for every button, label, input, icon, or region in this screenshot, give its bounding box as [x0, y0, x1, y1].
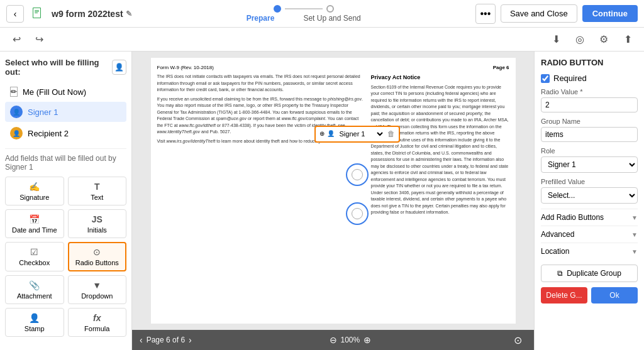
duplicate-group-button[interactable]: ⧉ Duplicate Group [541, 265, 638, 282]
step1-dot [274, 5, 281, 13]
second-toolbar: ↩ ↪ ⬇ ◎ ⚙ ⬆ [0, 28, 644, 52]
dropdown-field[interactable]: ▼ Dropdown [68, 275, 127, 304]
continue-button[interactable]: Continue [582, 5, 638, 22]
step-progress: Prepare Set Up and Send [138, 5, 469, 23]
radio-field-1[interactable] [346, 163, 369, 186]
step1-label: Prepare [247, 14, 275, 23]
formula-icon: fx [93, 313, 101, 323]
doc-icon [29, 5, 47, 23]
settings-button[interactable]: ⚙ [595, 31, 613, 48]
signer-delete-button[interactable]: 🗑 [387, 129, 395, 139]
sidebar-header: Select who will be filling out: 👤 [5, 58, 126, 77]
text-field[interactable]: T Text [68, 177, 127, 205]
signer-bar-icon2: 👤 [327, 129, 335, 138]
delete-button[interactable]: Delete G... [541, 287, 587, 304]
step2-label: Set Up and Send [303, 14, 360, 23]
signer-bar-icon: ⊕ [319, 129, 325, 138]
add-recipient-button[interactable]: 👤 [112, 60, 126, 75]
zoom-control: ⊖ 100% ⊕ [330, 335, 372, 345]
required-checkbox[interactable] [541, 74, 550, 83]
prefilled-select[interactable]: Select... [541, 187, 638, 204]
role-label: Role [541, 147, 638, 155]
undo-button[interactable]: ↩ [8, 31, 25, 48]
location-label: Location [541, 247, 569, 256]
form-header: Form W-9 (Rev. 10-2018) Page 6 [157, 64, 509, 71]
location-button[interactable]: ◎ [571, 31, 589, 48]
checkbox-icon: ☑ [30, 247, 38, 257]
edit-icon[interactable]: ✎ [126, 9, 132, 18]
page-number: Page 6 [493, 64, 509, 71]
top-bar: ‹ w9 form 2022test ✎ Prepare Set Up and … [0, 0, 644, 28]
fill-now-option[interactable]: ✏ Me (Fill Out Now) [5, 83, 126, 101]
main-layout: Select who will be filling out: 👤 ✏ Me (… [0, 52, 644, 350]
doc-options-button[interactable]: ⊙ [509, 331, 526, 349]
zoom-in-button[interactable]: ⊕ [364, 335, 371, 345]
advanced-chevron: ▼ [631, 231, 638, 238]
radio-value-label: Radio Value * [541, 88, 638, 96]
next-page-button[interactable]: › [189, 335, 192, 345]
privacy-section: The IRS does not initiate contacts with … [157, 74, 509, 216]
location-chevron: ▼ [631, 248, 638, 255]
attachment-icon: 📎 [29, 280, 40, 290]
redo-button[interactable]: ↪ [30, 31, 48, 48]
checkbox-label: Checkbox [19, 259, 50, 266]
initials-label: Initials [87, 226, 107, 234]
step1-group: Prepare Set Up and Send [247, 5, 361, 23]
datetime-field[interactable]: 📅 Date and Time [5, 209, 64, 238]
back-button[interactable]: ‹ [6, 5, 24, 23]
ok-button[interactable]: Ok [591, 287, 638, 304]
initials-icon: JS [92, 214, 103, 224]
signature-label: Signature [19, 194, 49, 201]
recipient2-avatar: 👤 [10, 127, 23, 139]
stamp-field[interactable]: 👤 Stamp [5, 308, 64, 337]
add-radio-label: Add Radio Buttons [541, 213, 604, 222]
panel-title: RADIO BUTTON [541, 58, 638, 67]
sidebar-header-text: Select who will be filling out: [5, 58, 112, 77]
location-row[interactable]: Location ▼ [541, 243, 638, 260]
advanced-row[interactable]: Advanced ▼ [541, 226, 638, 243]
zoom-out-button[interactable]: ⊖ [330, 335, 337, 345]
radio-label: Radio Buttons [75, 259, 119, 266]
privacy-left-text: The IRS does not initiate contacts with … [157, 74, 365, 216]
doc-area: Form W-9 (Rev. 10-2018) Page 6 The IRS d… [132, 52, 534, 330]
stamp-icon: 👤 [29, 313, 40, 323]
advanced-label: Advanced [541, 230, 574, 239]
bottom-actions: ⧉ Duplicate Group Delete G... Ok [541, 265, 638, 304]
share-button[interactable]: ⬆ [619, 31, 636, 48]
formula-label: Formula [84, 325, 109, 332]
role-select[interactable]: Signer 1 Recipient 2 [541, 156, 638, 173]
field-grid: ✍ Signature T Text 📅 Date and Time JS In… [5, 177, 126, 337]
more-options-button[interactable]: ••• [475, 4, 496, 24]
prev-page-button[interactable]: ‹ [140, 335, 143, 345]
checkbox-field[interactable]: ☑ Checkbox [5, 242, 64, 271]
formula-field[interactable]: fx Formula [68, 308, 127, 337]
radio-buttons-field[interactable]: ⊙ Radio Buttons [68, 242, 127, 271]
save-close-button[interactable]: Save and Close [501, 4, 577, 23]
doc-paper: Form W-9 (Rev. 10-2018) Page 6 The IRS d… [151, 58, 516, 324]
privacy-act-text: Section 6109 of the Internal Revenue Cod… [371, 84, 509, 216]
add-radio-row[interactable]: Add Radio Buttons ▼ [541, 209, 638, 226]
duplicate-icon: ⧉ [557, 269, 563, 278]
radio-value-input[interactable] [541, 97, 638, 112]
fill-now-icon: ✏ [10, 87, 18, 97]
signer-select[interactable]: Signer 1 Recipient 2 [337, 129, 385, 138]
prefilled-label: Prefilled Value [541, 178, 638, 185]
add-radio-chevron: ▼ [631, 214, 638, 221]
action-buttons: Delete G... Ok [541, 287, 638, 304]
signature-field[interactable]: ✍ Signature [5, 177, 64, 205]
group-name-input[interactable] [541, 127, 638, 142]
role-section: Role Signer 1 Recipient 2 [541, 147, 638, 173]
page-navigation: ‹ Page 6 of 6 › [140, 335, 192, 345]
signer1-option[interactable]: 👤 Signer 1 [5, 102, 126, 122]
attachment-field[interactable]: 📎 Attachment [5, 275, 64, 304]
initials-field[interactable]: JS Initials [68, 209, 127, 238]
download-button[interactable]: ⬇ [547, 31, 565, 48]
privacy-act-title: Privacy Act Notice [371, 74, 509, 82]
step2-dot [326, 5, 334, 13]
attachment-label: Attachment [17, 292, 52, 300]
recipient2-option[interactable]: 👤 Recipient 2 [5, 123, 126, 143]
signer-assignment-bar[interactable]: ⊕ 👤 Signer 1 Recipient 2 🗑 [314, 126, 400, 143]
required-section: Required [541, 74, 638, 83]
radio-field-2[interactable] [346, 202, 369, 225]
signer1-avatar: 👤 [10, 106, 23, 118]
